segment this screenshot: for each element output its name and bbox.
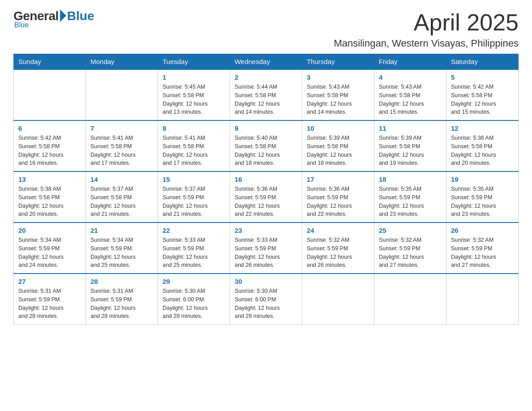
calendar-week-row: 13Sunrise: 5:38 AMSunset: 5:58 PMDayligh… — [14, 171, 519, 223]
calendar-cell: 1Sunrise: 5:45 AMSunset: 5:58 PMDaylight… — [158, 69, 230, 120]
month-title: April 2025 — [334, 9, 519, 36]
calendar-week-row: 20Sunrise: 5:34 AMSunset: 5:59 PMDayligh… — [14, 223, 519, 274]
day-number: 11 — [379, 124, 442, 132]
calendar-cell: 16Sunrise: 5:36 AMSunset: 5:59 PMDayligh… — [230, 171, 302, 223]
calendar-cell: 29Sunrise: 5:30 AMSunset: 6:00 PMDayligh… — [158, 274, 230, 325]
day-info: Sunrise: 5:45 AMSunset: 5:58 PMDaylight:… — [163, 83, 225, 116]
calendar-table: SundayMondayTuesdayWednesdayThursdayFrid… — [13, 54, 519, 325]
calendar-cell: 7Sunrise: 5:41 AMSunset: 5:58 PMDaylight… — [86, 120, 158, 171]
day-number: 7 — [90, 124, 153, 132]
calendar-cell: 15Sunrise: 5:37 AMSunset: 5:59 PMDayligh… — [158, 171, 230, 223]
day-info: Sunrise: 5:36 AMSunset: 5:59 PMDaylight:… — [235, 185, 297, 218]
day-number: 22 — [163, 227, 225, 234]
calendar-cell: 6Sunrise: 5:42 AMSunset: 5:58 PMDaylight… — [14, 120, 86, 171]
calendar-header-sunday: Sunday — [14, 54, 86, 70]
day-info: Sunrise: 5:32 AMSunset: 5:59 PMDaylight:… — [379, 236, 442, 270]
day-number: 15 — [163, 176, 225, 183]
calendar-cell: 3Sunrise: 5:43 AMSunset: 5:58 PMDaylight… — [302, 69, 374, 120]
calendar-cell: 4Sunrise: 5:43 AMSunset: 5:58 PMDaylight… — [374, 69, 446, 120]
day-number: 4 — [379, 73, 442, 81]
day-number: 3 — [307, 73, 369, 81]
day-info: Sunrise: 5:35 AMSunset: 5:59 PMDaylight:… — [379, 185, 442, 218]
day-number: 9 — [235, 124, 297, 132]
calendar-week-row: 1Sunrise: 5:45 AMSunset: 5:58 PMDaylight… — [14, 69, 519, 120]
calendar-cell: 23Sunrise: 5:33 AMSunset: 5:59 PMDayligh… — [230, 223, 302, 274]
day-info: Sunrise: 5:44 AMSunset: 5:58 PMDaylight:… — [235, 83, 297, 116]
day-number: 28 — [90, 278, 153, 285]
calendar-cell: 12Sunrise: 5:38 AMSunset: 5:58 PMDayligh… — [446, 120, 518, 171]
calendar-cell: 26Sunrise: 5:32 AMSunset: 5:59 PMDayligh… — [446, 223, 518, 274]
day-info: Sunrise: 5:31 AMSunset: 5:59 PMDaylight:… — [90, 287, 153, 321]
day-info: Sunrise: 5:43 AMSunset: 5:58 PMDaylight:… — [307, 83, 369, 116]
calendar-header-monday: Monday — [86, 54, 158, 70]
calendar-cell: 9Sunrise: 5:40 AMSunset: 5:58 PMDaylight… — [230, 120, 302, 171]
day-number: 16 — [235, 176, 297, 183]
day-number: 24 — [307, 227, 369, 234]
calendar-week-row: 27Sunrise: 5:31 AMSunset: 5:59 PMDayligh… — [14, 274, 519, 325]
day-number: 21 — [90, 227, 153, 234]
day-info: Sunrise: 5:34 AMSunset: 5:59 PMDaylight:… — [18, 236, 81, 270]
calendar-cell: 30Sunrise: 5:30 AMSunset: 6:00 PMDayligh… — [230, 274, 302, 325]
calendar-cell — [302, 274, 374, 325]
location-title: Mansilingan, Western Visayas, Philippine… — [334, 38, 519, 49]
day-number: 14 — [90, 176, 153, 183]
day-number: 30 — [235, 278, 297, 285]
day-info: Sunrise: 5:37 AMSunset: 5:58 PMDaylight:… — [90, 185, 153, 218]
day-info: Sunrise: 5:34 AMSunset: 5:59 PMDaylight:… — [90, 236, 153, 270]
calendar-cell: 13Sunrise: 5:38 AMSunset: 5:58 PMDayligh… — [14, 171, 86, 223]
calendar-cell: 21Sunrise: 5:34 AMSunset: 5:59 PMDayligh… — [86, 223, 158, 274]
calendar-cell: 27Sunrise: 5:31 AMSunset: 5:59 PMDayligh… — [14, 274, 86, 325]
day-info: Sunrise: 5:32 AMSunset: 5:59 PMDaylight:… — [307, 236, 369, 270]
day-info: Sunrise: 5:42 AMSunset: 5:58 PMDaylight:… — [451, 83, 514, 116]
calendar-cell — [86, 69, 158, 120]
day-info: Sunrise: 5:38 AMSunset: 5:58 PMDaylight:… — [18, 185, 81, 218]
day-number: 10 — [307, 124, 369, 132]
calendar-cell: 24Sunrise: 5:32 AMSunset: 5:59 PMDayligh… — [302, 223, 374, 274]
day-info: Sunrise: 5:43 AMSunset: 5:58 PMDaylight:… — [379, 83, 442, 116]
calendar-cell: 8Sunrise: 5:41 AMSunset: 5:58 PMDaylight… — [158, 120, 230, 171]
calendar-cell: 10Sunrise: 5:39 AMSunset: 5:58 PMDayligh… — [302, 120, 374, 171]
day-info: Sunrise: 5:41 AMSunset: 5:58 PMDaylight:… — [90, 134, 153, 167]
calendar-header-thursday: Thursday — [302, 54, 374, 70]
day-info: Sunrise: 5:37 AMSunset: 5:59 PMDaylight:… — [163, 185, 225, 218]
calendar-week-row: 6Sunrise: 5:42 AMSunset: 5:58 PMDaylight… — [14, 120, 519, 171]
day-info: Sunrise: 5:35 AMSunset: 5:59 PMDaylight:… — [451, 185, 514, 218]
title-area: April 2025 Mansilingan, Western Visayas,… — [334, 9, 519, 49]
calendar-cell: 22Sunrise: 5:33 AMSunset: 5:59 PMDayligh… — [158, 223, 230, 274]
day-info: Sunrise: 5:41 AMSunset: 5:58 PMDaylight:… — [163, 134, 225, 167]
day-info: Sunrise: 5:33 AMSunset: 5:59 PMDaylight:… — [163, 236, 225, 270]
day-info: Sunrise: 5:36 AMSunset: 5:59 PMDaylight:… — [307, 185, 369, 218]
day-info: Sunrise: 5:42 AMSunset: 5:58 PMDaylight:… — [18, 134, 81, 167]
calendar-cell: 17Sunrise: 5:36 AMSunset: 5:59 PMDayligh… — [302, 171, 374, 223]
day-number: 23 — [235, 227, 297, 234]
calendar-header-friday: Friday — [374, 54, 446, 70]
day-number: 20 — [18, 227, 81, 234]
calendar-cell: 20Sunrise: 5:34 AMSunset: 5:59 PMDayligh… — [14, 223, 86, 274]
calendar-header-saturday: Saturday — [446, 54, 518, 70]
calendar-cell: 19Sunrise: 5:35 AMSunset: 5:59 PMDayligh… — [446, 171, 518, 223]
day-number: 1 — [163, 73, 225, 81]
day-number: 12 — [451, 124, 514, 132]
logo: General Blue Blue — [13, 9, 94, 29]
calendar-cell: 2Sunrise: 5:44 AMSunset: 5:58 PMDaylight… — [230, 69, 302, 120]
calendar-cell — [374, 274, 446, 325]
calendar-cell: 25Sunrise: 5:32 AMSunset: 5:59 PMDayligh… — [374, 223, 446, 274]
day-number: 5 — [451, 73, 514, 81]
day-number: 29 — [163, 278, 225, 285]
day-number: 2 — [235, 73, 297, 81]
day-number: 6 — [18, 124, 81, 132]
day-number: 18 — [379, 176, 442, 183]
day-number: 25 — [379, 227, 442, 234]
calendar-cell: 18Sunrise: 5:35 AMSunset: 5:59 PMDayligh… — [374, 171, 446, 223]
logo-triangle-icon — [60, 9, 66, 22]
day-number: 27 — [18, 278, 81, 285]
day-info: Sunrise: 5:38 AMSunset: 5:58 PMDaylight:… — [451, 134, 514, 167]
day-number: 26 — [451, 227, 514, 234]
day-number: 17 — [307, 176, 369, 183]
logo-blue-text: Blue — [67, 9, 94, 23]
day-info: Sunrise: 5:39 AMSunset: 5:58 PMDaylight:… — [307, 134, 369, 167]
calendar-cell: 5Sunrise: 5:42 AMSunset: 5:58 PMDaylight… — [446, 69, 518, 120]
logo-subtitle: Blue — [14, 21, 29, 29]
day-info: Sunrise: 5:30 AMSunset: 6:00 PMDaylight:… — [163, 287, 225, 321]
calendar-cell: 11Sunrise: 5:39 AMSunset: 5:58 PMDayligh… — [374, 120, 446, 171]
